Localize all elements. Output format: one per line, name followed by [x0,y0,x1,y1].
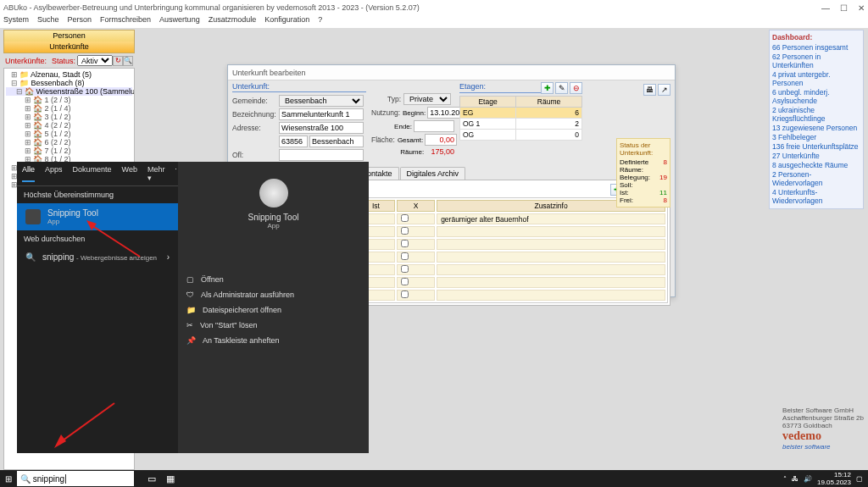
tray-chevron-icon[interactable]: ˄ [783,475,787,483]
tree-node[interactable]: ⊞🏠 6 (2 / 2) [6,138,132,147]
tree-node[interactable]: ⊟📁 Bessenbach (8) [6,79,132,87]
etagen-table[interactable]: EtageRäume EG6 OG 12 OG0 [459,96,582,141]
etage-edit-button[interactable]: ✎ [555,82,568,94]
tray-network-icon[interactable]: 🖧 [792,475,798,483]
tree-node[interactable]: ⊞🏠 4 (2 / 2) [6,121,132,130]
menu-bar: System Suche Person Formschreiben Auswer… [0,15,868,28]
folder-icon: 📁 [186,306,196,314]
etage-delete-button[interactable]: ⊖ [570,82,582,94]
minimize-icon[interactable]: — [821,3,830,13]
menu-person[interactable]: Person [68,15,92,28]
typ-select[interactable]: Private UK [403,93,451,105]
sm-web-header: Web durchsuchen [17,230,178,247]
row-x-check[interactable] [401,252,409,260]
tree-node[interactable]: ⊞🏠 1 (2 / 3) [6,96,132,104]
sm-tab-alle[interactable]: Alle [22,165,35,182]
menu-formschreiben[interactable]: Formschreiben [100,15,151,28]
tray-time[interactable]: 15:12 [817,471,851,479]
ende-input[interactable] [414,120,454,132]
bezeichnung-input[interactable] [279,108,364,120]
start-button[interactable]: ⊞ [0,470,17,487]
dashboard-link[interactable]: 4 Unterkunfts-Wiedervorlagen [772,188,860,205]
menu-help[interactable]: ? [318,15,322,28]
taskbar-app-icon[interactable]: ▦ [161,473,180,484]
tray-notification-icon[interactable]: ▢ [856,475,863,483]
action-pin-taskbar[interactable]: 📌An Taskleiste anheften [186,333,360,348]
action-filelocation[interactable]: 📁Dateispeicherort öffnen [186,302,360,318]
dashboard-link[interactable]: 8 ausgecheckte Räume [772,161,860,169]
tree-node[interactable]: ⊞🏠 3 (1 / 2) [6,113,132,121]
menu-zusatzmodule[interactable]: Zusatzmodule [209,15,257,28]
taskbar: ⊞ 🔍 snipping ▭ ▦ ˄ 🖧 🔊 15:12 19.05.2023 … [0,470,868,487]
tree-node[interactable]: ⊞🏠 7 (1 / 2) [6,147,132,155]
row-x-check[interactable] [401,227,409,235]
dashboard-link[interactable]: 6 unbegl. minderj. Asylsuchende [772,88,860,105]
dashboard-link[interactable]: 13 zugewiesene Personen [772,124,860,132]
etage-add-button[interactable]: ✚ [541,82,554,94]
tray-date[interactable]: 19.05.2023 [817,479,851,486]
raeume-value: 175,00 [426,147,454,156]
gesamt-input[interactable] [425,134,457,146]
refresh-icon[interactable]: ↻ [113,56,123,66]
dashboard-header: Dashboard: [772,33,860,42]
adresse-input[interactable] [279,122,364,134]
taskbar-search[interactable]: 🔍 snipping [17,471,134,486]
search-icon[interactable]: 🔍 [123,56,133,66]
ort-input[interactable] [309,136,364,147]
dashboard-link[interactable]: 4 privat untergebr. Personen [772,70,860,87]
action-open[interactable]: ▢Öffnen [186,272,360,287]
scissors-icon [25,209,41,224]
section-etagen: Etagen: [459,82,541,93]
dashboard-link[interactable]: 2 Personen-Wiedervorlagen [772,170,860,187]
menu-system[interactable]: System [3,15,29,28]
sm-tab-dokumente[interactable]: Dokumente [73,165,112,182]
share-button[interactable]: ↗ [658,84,670,96]
status-label: Status: [52,57,75,65]
row-x-check[interactable] [401,214,409,222]
row-x-check[interactable] [401,291,409,298]
dashboard-link[interactable]: 136 freie Unterkunftsplätze [772,142,860,151]
tree-node[interactable]: ⊞📁 Alzenau, Stadt (5) [6,70,132,79]
tree-node[interactable]: ⊟🏠 Wiesenstraße 100 (Sammelunterkunft 1)… [6,87,132,96]
sm-result-snipping[interactable]: Snipping ToolApp [17,203,178,230]
ofl-input[interactable] [279,149,364,161]
tab-personen[interactable]: Personen [4,30,134,42]
menu-auswertung[interactable]: Auswertung [159,15,200,28]
action-unpin-start[interactable]: ✂Von "Start" lösen [186,318,360,333]
dashboard-link[interactable]: 66 Personen insgesamt [772,43,860,52]
search-icon: 🔍 [20,474,31,484]
row-x-check[interactable] [401,240,409,247]
menu-suche[interactable]: Suche [37,15,59,28]
dashboard-link[interactable]: 3 Fehlbeleger [772,133,860,141]
footer-logo: Beister Software GmbH Aschaffenburger St… [782,407,864,451]
maximize-icon[interactable]: ☐ [840,3,848,13]
action-admin[interactable]: 🛡Als Administrator ausführen [186,287,360,302]
tray-volume-icon[interactable]: 🔊 [804,475,812,483]
sm-tab-mehr[interactable]: Mehr ▾ [147,165,165,182]
sm-web-result[interactable]: 🔍 snipping - Webergebnisse anzeigen › [17,247,178,267]
dashboard-link[interactable]: 2 ukrainische Kriegsflüchtlinge [772,106,860,123]
tree-node[interactable]: ⊞🏠 5 (1 / 2) [6,130,132,138]
sm-tab-apps[interactable]: Apps [45,165,63,182]
plz-input[interactable] [279,136,308,147]
sm-tab-web[interactable]: Web [122,165,137,182]
gemeinde-select[interactable]: Bessenbach [279,95,364,107]
dashboard-link[interactable]: 62 Personen in Unterkünften [772,53,860,69]
status-select[interactable]: Aktiv [77,55,113,66]
label-typ: Typ: [371,95,401,103]
dashboard-link[interactable]: 27 Unterkünfte [772,152,860,160]
tree-node[interactable]: ⊞🏠 2 (1 / 4) [6,104,132,113]
label-flaeche: Fläche: [371,136,395,144]
row-x-check[interactable] [401,278,409,285]
close-icon[interactable]: ✕ [858,3,865,13]
taskview-icon[interactable]: ▭ [142,473,161,484]
tab-archiv[interactable]: Digitales Archiv [400,167,466,180]
label-adresse: Adresse: [232,124,279,132]
open-icon: ▢ [186,275,194,284]
print-button[interactable]: 🖶 [643,84,656,96]
unpin-icon: ✂ [186,321,193,329]
filter-label: Unterkünfte: [5,57,47,65]
menu-konfiguration[interactable]: Konfiguration [264,15,309,28]
tab-unterkuenfte[interactable]: Unterkünfte [4,42,134,53]
row-x-check[interactable] [401,265,409,273]
